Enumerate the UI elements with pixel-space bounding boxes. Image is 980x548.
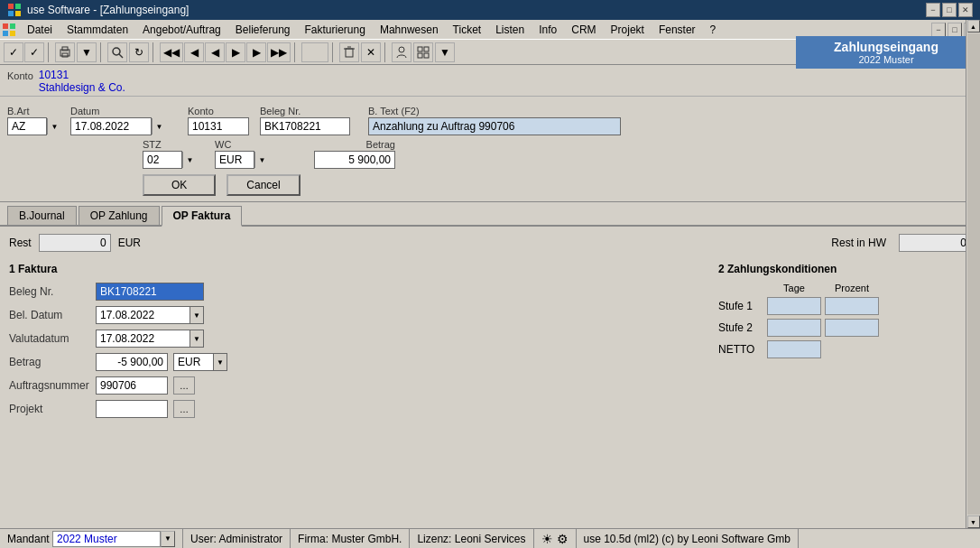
toolbar-print-btn[interactable] — [55, 42, 75, 62]
btext-input[interactable] — [368, 117, 621, 135]
scroll-up-btn[interactable]: ▲ — [967, 20, 980, 33]
menu-ticket[interactable]: Ticket — [446, 22, 489, 38]
faktura-projekt-input[interactable] — [96, 400, 168, 418]
betrag-input[interactable] — [314, 151, 395, 169]
valutadatum-dropdown[interactable]: ▼ — [190, 330, 204, 348]
tab-bjournal[interactable]: B.Journal — [7, 206, 77, 225]
menu-belieferung[interactable]: Belieferung — [228, 22, 298, 38]
beleg-nr-input[interactable] — [260, 117, 350, 135]
menu-fenster[interactable]: Fenster — [652, 22, 703, 38]
rest-hw-label: Rest in HW — [831, 237, 886, 249]
tabs-bar: B.Journal OP Zahlung OP Faktura — [0, 202, 980, 227]
zk-stufe2-tage-input[interactable] — [767, 319, 821, 337]
window-minimize-btn[interactable]: − — [931, 23, 946, 37]
menu-angebot-auftrag[interactable]: Angebot/Auftrag — [135, 22, 228, 38]
faktura-valutadatum-input[interactable] — [96, 330, 190, 348]
konto-name-link[interactable]: Stahldesign & Co. — [39, 81, 125, 94]
faktura-betrag-eur-input[interactable] — [173, 353, 213, 371]
form-konto-input[interactable] — [188, 117, 249, 135]
toolbar-check-btn[interactable]: ✓ — [24, 42, 44, 62]
toolbar-prev2-btn[interactable]: ◀ — [205, 42, 225, 62]
faktura-betrag-input[interactable] — [96, 353, 168, 371]
close-button[interactable]: ✕ — [958, 3, 973, 17]
menu-info[interactable]: Info — [532, 22, 564, 38]
toolbar-x-btn[interactable]: ✕ — [361, 42, 381, 62]
svg-rect-5 — [10, 23, 15, 29]
toolbar-last-btn[interactable]: ▶▶ — [267, 42, 291, 62]
datum-input[interactable] — [70, 117, 152, 135]
stz-input[interactable] — [143, 151, 182, 169]
bart-input[interactable] — [7, 117, 47, 135]
rest-hw-input[interactable] — [899, 234, 971, 252]
toolbar-delete-btn[interactable] — [339, 42, 359, 62]
toolbar-blank-btn[interactable] — [301, 42, 328, 62]
konto-section: Konto 10131 Stahldesign & Co. — [0, 65, 980, 97]
status-icons: ☀ ⚙ — [534, 529, 577, 548]
zk-stufe1-prozent-input[interactable] — [825, 297, 879, 315]
scroll-down-btn[interactable]: ▼ — [967, 515, 980, 528]
scrollbar-right[interactable]: ▲ ▼ — [966, 20, 980, 528]
lizenz-label: Lizenz: Leoni Services — [417, 533, 525, 545]
toolbar-prev-btn[interactable]: ◀ — [184, 42, 204, 62]
beleg-nr-col-header: Beleg Nr. — [260, 106, 368, 116]
window-restore-btn[interactable]: □ — [948, 23, 962, 37]
menu-stammdaten[interactable]: Stammdaten — [60, 22, 135, 38]
cancel-button[interactable]: Cancel — [227, 174, 300, 196]
toolbar-person-btn[interactable] — [392, 42, 411, 62]
konto-number-link[interactable]: 10131 — [39, 69, 125, 81]
auftragsnr-dots-button[interactable]: … — [173, 376, 195, 395]
zk-stufe1-tage-input[interactable] — [767, 297, 821, 315]
toolbar-print-arrow-btn[interactable]: ▼ — [77, 42, 97, 62]
menu-crm[interactable]: CRM — [564, 22, 603, 38]
toolbar-save-btn[interactable]: ✓ — [4, 42, 23, 62]
faktura-bel-datum-input[interactable] — [96, 306, 190, 324]
toolbar: ✓ ✓ ▼ ↻ ◀◀ ◀ ◀ ▶ ▶ ▶▶ ✕ — [0, 40, 980, 65]
menu-mahnwesen[interactable]: Mahnwesen — [373, 22, 446, 38]
faktura-auftragsnr-input[interactable] — [96, 376, 168, 395]
zahlungseingang-sub: 2022 Muster — [814, 54, 958, 65]
menu-projekt[interactable]: Projekt — [604, 22, 652, 38]
bel-datum-dropdown[interactable]: ▼ — [190, 306, 204, 324]
konto-col-header: Konto — [188, 106, 260, 116]
datum-dropdown[interactable]: ▼ — [152, 118, 166, 135]
svg-rect-18 — [424, 47, 429, 51]
tab-op-zahlung[interactable]: OP Zahlung — [79, 206, 160, 225]
svg-rect-7 — [10, 31, 15, 36]
zk-netto-tage-input[interactable] — [767, 340, 821, 358]
wc-input[interactable] — [215, 151, 254, 169]
faktura-projekt-label: Projekt — [9, 403, 90, 415]
toolbar-refresh-btn[interactable]: ↻ — [129, 42, 149, 62]
menu-datei[interactable]: Datei — [20, 22, 60, 38]
menu-help[interactable]: ? — [703, 22, 724, 38]
menu-fakturierung[interactable]: Fakturierung — [298, 22, 373, 38]
bart-dropdown[interactable]: ▼ — [47, 118, 61, 135]
toolbar-grid-btn[interactable] — [413, 42, 433, 62]
svg-rect-2 — [8, 11, 14, 16]
mandant-input[interactable] — [52, 531, 161, 547]
scroll-track[interactable] — [967, 33, 980, 515]
toolbar-search-btn[interactable] — [107, 42, 127, 62]
zk-section-title: 2 Zahlungskonditionen — [718, 263, 971, 275]
wc-dropdown[interactable]: ▼ — [254, 152, 269, 168]
stz-dropdown[interactable]: ▼ — [182, 152, 197, 168]
ok-button[interactable]: OK — [143, 174, 216, 196]
tab-op-faktura[interactable]: OP Faktura — [162, 206, 243, 227]
faktura-betrag-dropdown[interactable]: ▼ — [213, 353, 227, 371]
projekt-dots-button[interactable]: … — [173, 400, 195, 418]
maximize-button[interactable]: □ — [942, 3, 957, 17]
gear-icon: ⚙ — [557, 532, 569, 546]
rest-input[interactable] — [39, 234, 111, 252]
mandant-dropdown[interactable]: ▼ — [161, 531, 175, 547]
faktura-section-title: 1 Faktura — [9, 263, 700, 275]
bart-col-header: B.Art — [7, 106, 70, 116]
faktura-beleg-nr-input[interactable] — [96, 283, 204, 301]
toolbar-next2-btn[interactable]: ▶ — [226, 42, 245, 62]
toolbar-next-btn[interactable]: ▶ — [246, 42, 266, 62]
menu-listen[interactable]: Listen — [488, 22, 532, 38]
tab-content: Rest EUR Rest in HW 1 Faktura Beleg Nr. … — [0, 227, 980, 431]
toolbar-first-btn[interactable]: ◀◀ — [160, 42, 183, 62]
toolbar-grid-arrow-btn[interactable]: ▼ — [435, 42, 455, 62]
minimize-button[interactable]: − — [926, 3, 940, 17]
zahlungseingang-header: Zahlungseingang 2022 Muster — [796, 36, 976, 69]
zk-stufe2-prozent-input[interactable] — [825, 319, 879, 337]
